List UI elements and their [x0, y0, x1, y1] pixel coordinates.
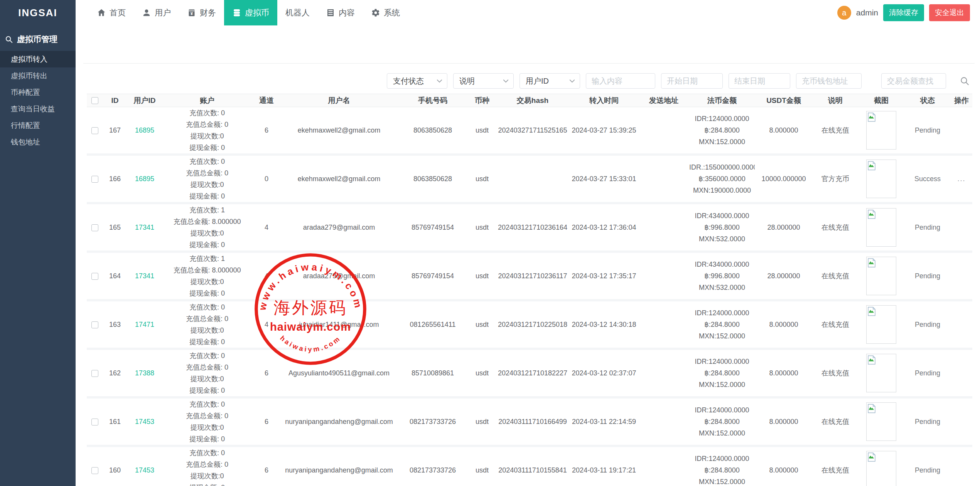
user-id-link[interactable]: 17341 — [135, 272, 154, 280]
filter-input-end-date[interactable] — [729, 73, 790, 89]
filter-input-content[interactable] — [586, 73, 655, 89]
nav-item-finance[interactable]: ¥财务 — [179, 0, 224, 25]
search-icon[interactable] — [960, 76, 970, 86]
sidebar-item-daily-earnings[interactable]: 查询当日收益 — [0, 101, 76, 117]
cell-hash: 202403111710166499 — [496, 397, 570, 446]
table-row: 16417341充值次数: 1充值总金额: 8.000000提现次数:0提现金额… — [87, 252, 972, 300]
finance-icon: ¥ — [187, 8, 196, 17]
app-root: INGSAI 虚拟币管理 虚拟币转入虚拟币转出币种配置查询当日收益行情配置钱包地… — [0, 0, 980, 486]
user-id-link[interactable]: 17453 — [135, 466, 154, 474]
cell-coin: usdt — [469, 349, 496, 397]
cell-note: 官方充币 — [813, 155, 858, 203]
row-actions-button[interactable]: ... — [957, 175, 965, 183]
user-id-link[interactable]: 16895 — [135, 175, 154, 183]
sidebar-item-coin-config[interactable]: 币种配置 — [0, 84, 76, 101]
cell-status: Pending — [904, 446, 951, 486]
sidebar-item-market-config[interactable]: 行情配置 — [0, 117, 76, 134]
column-header: 转入时间 — [570, 94, 638, 107]
cell-time: 2024-03-11 19:17:21 — [570, 446, 638, 486]
filter-select-note[interactable]: 说明 — [453, 73, 514, 89]
filter-select-user-id[interactable]: 用户ID — [520, 73, 580, 89]
sidebar-item-transfer-out[interactable]: 虚拟币转出 — [0, 67, 76, 84]
cell-phone: 85710089861 — [397, 349, 469, 397]
chevron-down-icon — [569, 79, 575, 83]
row-checkbox[interactable] — [91, 224, 98, 231]
screenshot-thumbnail[interactable] — [866, 305, 896, 344]
nav-item-robot[interactable]: 机器人 — [277, 0, 318, 25]
cell-coin: usdt — [469, 203, 496, 252]
cell-screenshot — [858, 300, 904, 349]
cell-id: 166 — [103, 155, 127, 203]
svg-text:¥: ¥ — [191, 11, 193, 16]
filter-input-start-date[interactable] — [661, 73, 723, 89]
filter-input-wallet-address[interactable] — [796, 73, 862, 89]
table-row: 16517341充值次数: 1充值总金额: 8.000000提现次数:0提现金额… — [87, 203, 972, 252]
nav-item-users[interactable]: 用户 — [134, 0, 179, 25]
search-icon — [5, 35, 13, 44]
row-checkbox[interactable] — [91, 419, 98, 425]
header-checkbox-cell — [87, 94, 103, 107]
cell-note: 在线充值 — [813, 446, 858, 486]
row-checkbox[interactable] — [91, 127, 98, 134]
screenshot-thumbnail[interactable] — [866, 354, 896, 392]
nav-item-label: 机器人 — [285, 7, 310, 18]
cell-username: ekehmaxwell2@gmail.com — [281, 155, 397, 203]
column-header: 币种 — [469, 94, 496, 107]
cell-username: junaidiar1411@gmail.com — [281, 300, 397, 349]
user-id-link[interactable]: 17388 — [135, 369, 154, 377]
cell-id: 162 — [103, 349, 127, 397]
screenshot-thumbnail[interactable] — [866, 257, 896, 295]
select-all-checkbox[interactable] — [91, 97, 98, 104]
row-checkbox[interactable] — [91, 370, 98, 377]
cell-usdt-amount: 8.000000 — [755, 446, 813, 486]
avatar[interactable]: a — [837, 6, 851, 20]
row-checkbox[interactable] — [91, 467, 98, 474]
cell-note: 在线充值 — [813, 397, 858, 446]
user-id-link[interactable]: 17471 — [135, 321, 154, 328]
cell-phone: 85769749154 — [397, 252, 469, 300]
nav-item-crypto[interactable]: 虚拟币 — [224, 0, 277, 25]
sidebar-item-transfer-in[interactable]: 虚拟币转入 — [0, 51, 76, 67]
top-nav: 首页用户¥财务虚拟币机器人内容系统 — [89, 0, 408, 25]
user-id-link[interactable]: 17453 — [135, 418, 154, 425]
cell-user-id: 16895 — [127, 107, 162, 155]
user-id-link[interactable]: 16895 — [135, 126, 154, 134]
logout-button[interactable]: 安全退出 — [929, 4, 970, 21]
cell-usdt-amount: 8.000000 — [755, 397, 813, 446]
cell-phone: 85769749154 — [397, 203, 469, 252]
sidebar-item-wallet-address[interactable]: 钱包地址 — [0, 134, 76, 150]
filter-input-amount[interactable] — [881, 73, 946, 89]
row-checkbox[interactable] — [91, 273, 98, 280]
table-row: 16117453充值次数: 0充值总金额: 0提现次数:0提现金额: 06nur… — [87, 397, 972, 446]
cell-time: 2024-03-12 02:37:07 — [570, 349, 638, 397]
cell-action — [951, 349, 972, 397]
cell-fiat-amount: IDR:124000.0000฿:284.8000MXN:152.0000 — [689, 300, 755, 349]
screenshot-thumbnail[interactable] — [866, 451, 896, 486]
nav-item-system[interactable]: 系统 — [363, 0, 408, 25]
screenshot-thumbnail[interactable] — [866, 402, 896, 441]
cell-screenshot — [858, 446, 904, 486]
column-header: 手机号码 — [397, 94, 469, 107]
column-header: USDT金额 — [755, 94, 813, 107]
sidebar-menu: 虚拟币转入虚拟币转出币种配置查询当日收益行情配置钱包地址 — [0, 51, 76, 150]
screenshot-thumbnail[interactable] — [866, 208, 896, 247]
nav-item-home[interactable]: 首页 — [89, 0, 134, 25]
cell-time: 2024-03-27 15:39:25 — [570, 107, 638, 155]
cell-usdt-amount: 8.000000 — [755, 349, 813, 397]
cell-channel: 4 — [252, 252, 281, 300]
column-header: 发送地址 — [638, 94, 689, 107]
screenshot-thumbnail[interactable] — [866, 111, 896, 150]
clear-cache-button[interactable]: 清除缓存 — [883, 4, 924, 21]
nav-item-content[interactable]: 内容 — [318, 0, 363, 25]
screenshot-thumbnail[interactable] — [866, 160, 896, 198]
cell-coin: usdt — [469, 446, 496, 486]
cell-user-id: 17341 — [127, 252, 162, 300]
cell-status: Pending — [904, 203, 951, 252]
user-id-link[interactable]: 17341 — [135, 224, 154, 231]
cell-user-id: 17341 — [127, 203, 162, 252]
broken-image-icon — [868, 116, 875, 123]
filter-select-pay-status[interactable]: 支付状态 — [387, 73, 447, 89]
row-checkbox[interactable] — [91, 321, 98, 328]
row-checkbox[interactable] — [91, 176, 98, 183]
cell-send-address — [638, 203, 689, 252]
